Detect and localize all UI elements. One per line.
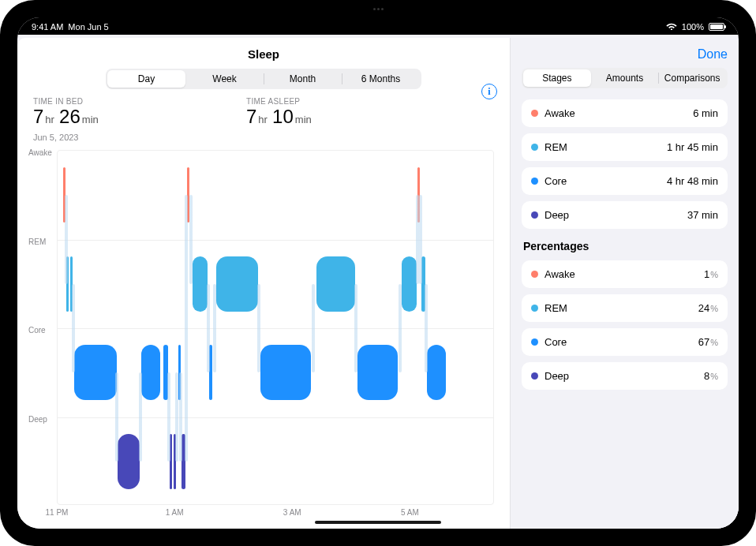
lane-label-rem: REM <box>28 237 46 246</box>
percent-list: Awake1%REM24%Core67%Deep8% <box>522 260 728 396</box>
stage-row-rem[interactable]: REM1 hr 45 min <box>522 133 728 161</box>
stage-value: 4 hr 48 min <box>667 175 718 187</box>
lane-divider <box>58 328 493 329</box>
seg-week-label: Week <box>212 73 236 84</box>
lane-divider <box>58 240 493 241</box>
stage-value: 1 hr 45 min <box>667 141 718 153</box>
stage-row-awake[interactable]: Awake6 min <box>522 99 728 127</box>
battery-percent: 100% <box>682 22 704 32</box>
stage-connector <box>416 195 419 284</box>
chart-plot[interactable] <box>57 150 494 505</box>
stage-connector <box>72 284 75 373</box>
stage-dot-icon <box>531 338 538 346</box>
sleep-segment-core[interactable] <box>260 345 310 400</box>
stage-connector <box>419 195 422 284</box>
stage-connector <box>213 284 216 373</box>
stage-connector <box>175 372 178 462</box>
sleep-segment-core[interactable] <box>357 345 398 400</box>
battery-icon <box>709 23 724 31</box>
sleep-segment-core[interactable] <box>427 345 446 400</box>
stage-name: Core <box>545 175 567 187</box>
percent-row-core[interactable]: Core67% <box>522 328 728 356</box>
stage-connector <box>312 284 315 373</box>
seg-comparisons[interactable]: Comparisons <box>658 69 726 87</box>
percent-row-awake[interactable]: Awake1% <box>522 260 728 288</box>
seg-month-label: Month <box>290 73 316 84</box>
stage-pct: 1% <box>704 268 718 280</box>
lane-label-awake: Awake <box>28 148 52 157</box>
sleep-segment-rem[interactable] <box>316 256 354 312</box>
status-time: 9:41 AM <box>32 22 63 32</box>
stage-name: Awake <box>545 268 575 280</box>
done-button[interactable]: Done <box>698 47 728 62</box>
sleep-segment-core[interactable] <box>74 345 117 400</box>
time-asleep-label: TIME ASLEEP <box>246 97 443 106</box>
stage-connector <box>179 372 182 462</box>
stage-connector <box>354 284 357 373</box>
stage-pct: 67% <box>698 336 718 348</box>
stage-dot-icon <box>531 305 538 312</box>
time-in-bed-value: 7hr 26min <box>33 106 230 128</box>
home-indicator[interactable] <box>315 521 441 524</box>
wifi-icon <box>666 22 677 32</box>
content: Sleep Day Week Month 6 Months i TIME IN … <box>17 38 739 529</box>
stage-pct: 24% <box>698 302 718 314</box>
stage-connector <box>167 372 170 462</box>
time-asleep-value: 7hr 10min <box>246 106 443 128</box>
page-title: Sleep <box>17 47 510 61</box>
ipad-frame: 9:41 AM Mon Jun 5 100% Sleep Day Week <box>0 0 756 546</box>
stage-value: 6 min <box>693 107 718 119</box>
seg-comparisons-label: Comparisons <box>664 73 720 84</box>
stage-dot-icon <box>531 271 538 278</box>
status-date: Mon Jun 5 <box>68 22 108 32</box>
stage-connector <box>189 195 193 284</box>
stage-name: Awake <box>545 107 575 119</box>
status-bar: 9:41 AM Mon Jun 5 100% <box>17 17 739 35</box>
stage-dot-icon <box>531 178 538 185</box>
sleep-segment-rem[interactable] <box>216 256 257 312</box>
x-tick: 11 PM <box>46 508 69 517</box>
seg-week[interactable]: Week <box>185 70 264 88</box>
stage-name: Core <box>545 336 567 348</box>
sidebar: Done Stages Amounts Comparisons Awake6 m… <box>510 38 739 529</box>
x-tick: 1 AM <box>166 508 184 517</box>
sleep-segment-core[interactable] <box>141 345 161 400</box>
sleep-chart: 11 PM1 AM3 AM5 AM AwakeREMCoreDeep <box>30 147 497 521</box>
percent-row-rem[interactable]: REM24% <box>522 294 728 322</box>
stage-connector <box>257 284 260 373</box>
stage-pct: 8% <box>704 370 718 382</box>
stage-connector <box>185 195 188 462</box>
sleep-segment-rem[interactable] <box>193 256 208 312</box>
sleep-segment-deep[interactable] <box>118 434 140 489</box>
time-asleep: TIME ASLEEP 7hr 10min <box>246 97 443 128</box>
stage-row-core[interactable]: Core4 hr 48 min <box>522 167 728 195</box>
stage-dot-icon <box>531 211 538 219</box>
seg-stages-label: Stages <box>542 73 571 84</box>
x-tick: 3 AM <box>283 508 301 517</box>
stage-connector <box>139 372 142 462</box>
seg-6months[interactable]: 6 Months <box>342 70 420 88</box>
seg-month[interactable]: Month <box>264 70 342 88</box>
info-icon[interactable]: i <box>481 84 497 99</box>
stage-dot-icon <box>531 372 538 380</box>
seg-day[interactable]: Day <box>107 70 185 88</box>
stage-connector <box>207 284 210 373</box>
stage-name: REM <box>545 302 567 314</box>
detail-segmented-control: Stages Amounts Comparisons <box>522 68 728 88</box>
camera-cluster <box>369 6 387 12</box>
stage-dot-icon <box>531 110 538 117</box>
stages-list: Awake6 minREM1 hr 45 minCore4 hr 48 minD… <box>522 99 728 235</box>
seg-amounts[interactable]: Amounts <box>591 69 659 87</box>
percentages-header: Percentages <box>523 240 726 252</box>
stage-name: Deep <box>545 209 569 221</box>
summary-date: Jun 5, 2023 <box>17 133 510 142</box>
screen: 9:41 AM Mon Jun 5 100% Sleep Day Week <box>17 17 739 529</box>
sleep-segment-rem[interactable] <box>402 256 417 312</box>
seg-stages[interactable]: Stages <box>523 69 591 87</box>
stage-connector <box>115 372 118 462</box>
stage-connector <box>399 284 402 373</box>
stage-row-deep[interactable]: Deep37 min <box>522 201 728 229</box>
lane-divider <box>58 417 493 418</box>
percent-row-deep[interactable]: Deep8% <box>522 362 728 390</box>
time-in-bed: TIME IN BED 7hr 26min <box>33 97 230 128</box>
